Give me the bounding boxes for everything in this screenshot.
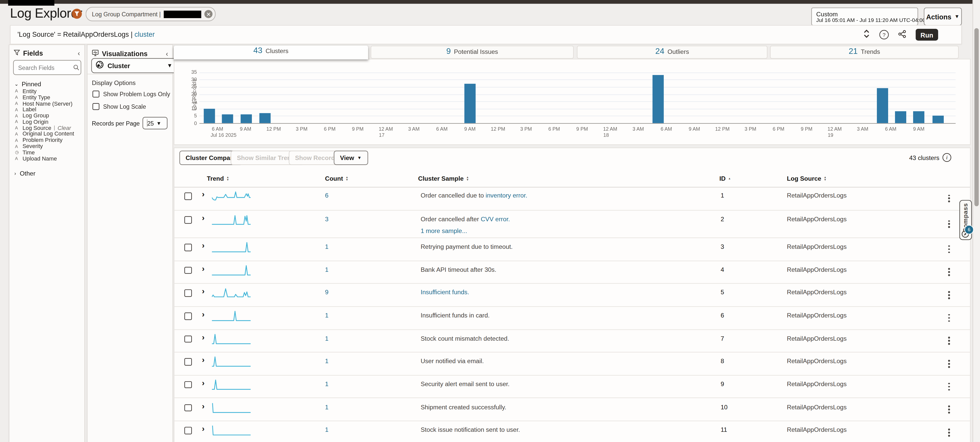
share-icon[interactable] (898, 29, 906, 40)
row-expand-icon[interactable]: › (202, 241, 205, 250)
row-checkbox[interactable] (184, 358, 191, 366)
row-actions-kebab-icon[interactable] (948, 314, 950, 322)
column-header-id[interactable]: ID▲ (719, 175, 731, 182)
row-expand-icon[interactable]: › (202, 401, 205, 410)
count-link[interactable]: 9 (325, 289, 328, 296)
count-link[interactable]: 1 (325, 380, 328, 387)
sample-link[interactable]: inventory error. (486, 192, 527, 199)
compartment-scope-pill[interactable]: Log Group Compartment | ✕ (86, 7, 216, 21)
more-samples-link[interactable]: 1 more sample... (421, 227, 467, 234)
row-actions-kebab-icon[interactable] (948, 245, 950, 253)
time-range-picker[interactable]: Custom Jul 16 05:01 AM - Jul 19 11:20 AM… (811, 7, 918, 25)
column-header-trend[interactable]: Trend▲▼ (207, 175, 229, 182)
field-item[interactable]: ◷Time (10, 149, 84, 156)
row-actions-kebab-icon[interactable] (948, 428, 950, 436)
tab-trends[interactable]: 21Trends (770, 46, 959, 59)
row-expand-icon[interactable]: › (202, 264, 205, 273)
tab-potential-issues[interactable]: 9Potential Issues (371, 46, 574, 59)
row-actions-kebab-icon[interactable] (948, 194, 950, 202)
row-actions-kebab-icon[interactable] (948, 337, 950, 345)
row-actions-kebab-icon[interactable] (948, 360, 950, 368)
sample-link[interactable]: Insufficient funds. (421, 289, 469, 296)
field-item[interactable]: AOriginal Log Content (10, 131, 84, 137)
row-checkbox[interactable] (184, 427, 191, 434)
row-expand-icon[interactable]: › (202, 378, 205, 387)
field-item[interactable]: ALabel (10, 107, 84, 113)
view-menu-button[interactable]: View ▼ (334, 151, 368, 165)
field-item[interactable]: ALog Origin (10, 119, 84, 125)
checkbox[interactable] (92, 103, 99, 110)
bar[interactable] (222, 114, 233, 123)
actions-button[interactable]: Actions ▼ (924, 7, 962, 25)
row-checkbox[interactable] (184, 267, 191, 274)
pinned-section-toggle[interactable]: ⌄ Pinned (14, 81, 41, 87)
row-checkbox[interactable] (184, 312, 191, 320)
bar[interactable] (204, 108, 215, 123)
count-link[interactable]: 1 (325, 266, 328, 273)
row-expand-icon[interactable]: › (202, 332, 205, 342)
run-button[interactable]: Run (916, 29, 938, 41)
vertical-scrollbar-thumb[interactable] (974, 28, 978, 206)
count-link[interactable]: 6 (325, 192, 328, 199)
row-expand-icon[interactable]: › (202, 213, 205, 223)
row-checkbox[interactable] (184, 216, 191, 223)
row-actions-kebab-icon[interactable] (948, 405, 950, 413)
records-per-page-select[interactable]: 25 ▼ (142, 117, 167, 129)
count-link[interactable]: 1 (325, 312, 328, 319)
column-header-cluster-sample[interactable]: Cluster Sample▲▼ (418, 175, 469, 182)
field-item[interactable]: AUpload Name (10, 156, 84, 162)
row-actions-kebab-icon[interactable] (948, 383, 950, 391)
bar[interactable] (877, 88, 888, 123)
field-item[interactable]: ALog Group (10, 113, 84, 119)
bar[interactable] (652, 75, 663, 123)
collapse-panel-icon[interactable]: ‹ (78, 49, 80, 57)
row-expand-icon[interactable]: › (202, 424, 205, 433)
bar[interactable] (895, 111, 906, 123)
bar[interactable] (464, 84, 476, 123)
field-item[interactable]: AEntity (10, 88, 84, 94)
row-expand-icon[interactable]: › (202, 309, 205, 319)
tab-outliers[interactable]: 24Outliers (577, 46, 767, 59)
query-text[interactable]: 'Log Source' = RetailAppOrdersLogs | clu… (18, 31, 155, 38)
row-actions-kebab-icon[interactable] (948, 291, 950, 299)
count-link[interactable]: 1 (325, 243, 328, 250)
checkbox[interactable] (92, 91, 99, 97)
row-expand-icon[interactable]: › (202, 189, 205, 199)
bar[interactable] (241, 114, 252, 123)
row-checkbox[interactable] (184, 244, 191, 251)
row-actions-kebab-icon[interactable] (948, 268, 950, 276)
row-checkbox[interactable] (184, 289, 191, 297)
remove-scope-icon[interactable]: ✕ (204, 10, 213, 18)
count-link[interactable]: 1 (325, 335, 328, 342)
row-checkbox[interactable] (184, 381, 191, 388)
expand-collapse-icon[interactable] (863, 29, 870, 40)
field-item[interactable]: AProblem Priority (10, 137, 84, 143)
info-icon[interactable]: i (942, 153, 951, 162)
row-checkbox[interactable] (184, 192, 191, 200)
count-link[interactable]: 3 (325, 216, 328, 223)
column-header-log-source[interactable]: Log Source▲▼ (787, 175, 826, 182)
count-link[interactable]: 1 (325, 404, 328, 410)
other-section-toggle[interactable]: › Other (14, 170, 35, 177)
search-fields-input[interactable] (14, 64, 73, 72)
query-bar[interactable]: 'Log Source' = RetailAppOrdersLogs | clu… (10, 25, 962, 45)
row-actions-kebab-icon[interactable] (948, 220, 950, 228)
help-icon[interactable]: ? (880, 30, 889, 40)
row-checkbox[interactable] (184, 404, 191, 411)
field-item[interactable]: ASeverity (10, 143, 84, 149)
field-item[interactable]: AEntity Type (10, 94, 84, 100)
visualization-type-select[interactable]: Cluster ▼ (91, 58, 177, 73)
field-item[interactable]: AHost Name (Server) (10, 100, 84, 107)
bar[interactable] (259, 113, 270, 123)
bar[interactable] (933, 116, 944, 123)
clear-field-link[interactable]: Clear (58, 125, 71, 131)
count-link[interactable]: 1 (325, 358, 328, 365)
sample-link[interactable]: CVV error. (481, 216, 510, 223)
bar[interactable] (913, 111, 924, 123)
row-expand-icon[interactable]: › (202, 355, 205, 365)
collapse-panel-icon[interactable]: ‹ (166, 50, 168, 57)
row-expand-icon[interactable]: › (202, 286, 205, 296)
tab-clusters[interactable]: 43Clusters (174, 46, 368, 59)
field-item[interactable]: ALog Source|Clear (10, 125, 84, 131)
count-link[interactable]: 1 (325, 426, 328, 433)
